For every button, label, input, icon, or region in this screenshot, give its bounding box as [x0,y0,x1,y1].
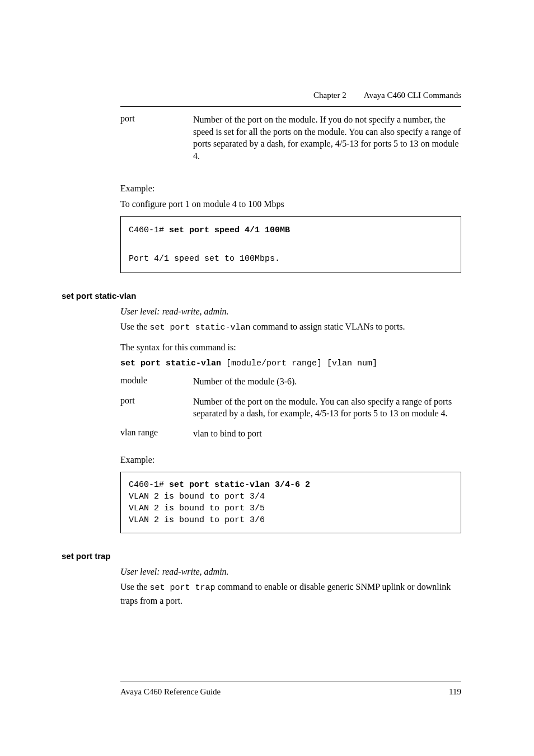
staticvlan-use-code: set port static-vlan [149,323,250,332]
footer-page-number: 119 [449,687,461,697]
def-key-port2: port [120,396,193,428]
page-header: Chapter 2 Avaya C460 CLI Commands [313,91,461,100]
def-val-module: Number of the module (3-6). [193,375,461,396]
def-key-vlanrange: vlan range [120,428,193,448]
trap-use-pre: Use the [120,582,149,591]
def-val-port2: Number of the port on the module. You ca… [193,396,461,428]
section-heading-trap: set port trap [62,551,461,561]
example1-codebox: C460-1# set port speed 4/1 100MB Port 4/… [120,216,461,274]
staticvlan-example-label: Example: [120,453,461,466]
staticvlan-ex-out2: VLAN 2 is bound to port 3/5 [129,504,265,513]
staticvlan-ex-prefix: C460-1# [129,480,169,490]
staticvlan-syntax-bold: set port static-vlan [120,359,221,368]
staticvlan-syntax-rest: [module/port range] [vlan num] [221,359,377,368]
staticvlan-ex-out1: VLAN 2 is bound to port 3/4 [129,492,265,501]
staticvlan-syntax-label: The syntax for this command is: [120,341,461,354]
staticvlan-usage: Use the set port static-vlan command to … [120,320,461,334]
def-row-vlanrange: vlan range vlan to bind to port [120,428,461,448]
section-heading-staticvlan: set port static-vlan [62,291,461,300]
trap-userlevel: User level: read-write, admin. [120,565,461,578]
trap-usage: Use the set port trap command to enable … [120,580,461,607]
staticvlan-use-pre: Use the [120,322,149,331]
def-row-module: module Number of the module (3-6). [120,375,461,396]
chapter-label: Chapter 2 [313,91,346,100]
example1-cmd-bold: set port speed 4/1 100MB [169,226,290,235]
staticvlan-syntax: set port static-vlan [module/port range]… [120,356,461,370]
staticvlan-userlevel: User level: read-write, admin. [120,305,461,318]
chapter-title: Avaya C460 CLI Commands [364,91,461,100]
def-val-port: Number of the port on the module. If you… [193,114,461,170]
staticvlan-ex-out3: VLAN 2 is bound to port 3/6 [129,515,265,525]
staticvlan-use-post: command to assign static VLANs to ports. [250,322,405,331]
def-row-port: port Number of the port on the module. I… [120,114,461,170]
trap-use-code: set port trap [149,583,215,593]
example1-desc: To configure port 1 on module 4 to 100 M… [120,198,461,210]
def-key-port: port [120,114,193,170]
staticvlan-def-table: module Number of the module (3-6). port … [120,375,461,447]
staticvlan-codebox: C460-1# set port static-vlan 3/4-6 2 VLA… [120,472,461,533]
footer-left: Avaya C460 Reference Guide [120,687,221,697]
example1-output: Port 4/1 speed set to 100Mbps. [129,254,280,264]
example1-label: Example: [120,182,461,195]
def-key-module: module [120,375,193,396]
staticvlan-ex-bold: set port static-vlan 3/4-6 2 [169,480,310,490]
def-row-port2: port Number of the port on the module. Y… [120,396,461,428]
header-rule [120,106,461,107]
example1-cmd-prefix: C460-1# [129,226,169,235]
page-footer: Avaya C460 Reference Guide 119 [120,681,461,697]
def-val-vlanrange: vlan to bind to port [193,428,461,448]
top-definition-table: port Number of the port on the module. I… [120,114,461,170]
